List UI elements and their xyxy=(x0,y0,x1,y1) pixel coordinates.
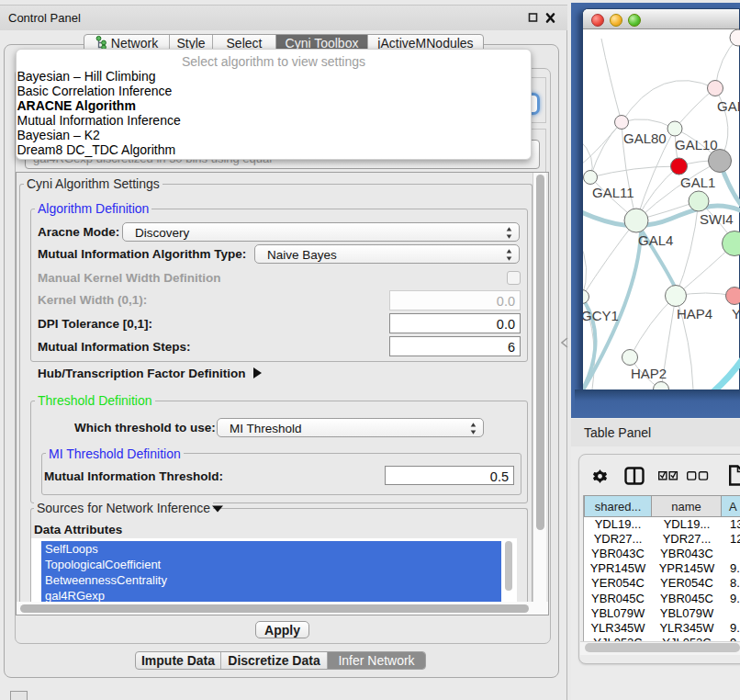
svg-text:GAL10: GAL10 xyxy=(675,137,718,152)
svg-text:HAP4: HAP4 xyxy=(677,306,712,322)
svg-text:GAL4: GAL4 xyxy=(638,232,673,248)
svg-text:GAL11: GAL11 xyxy=(592,185,634,200)
svg-text:GAL80: GAL80 xyxy=(623,130,667,146)
svg-text:GCY1: GCY1 xyxy=(583,308,619,323)
svg-text:Y: Y xyxy=(732,306,740,322)
svg-text:SWI4: SWI4 xyxy=(700,211,734,227)
svg-text:HAP2: HAP2 xyxy=(631,366,667,381)
svg-text:GAL1: GAL1 xyxy=(680,175,715,190)
svg-text:GAL7: GAL7 xyxy=(717,98,740,114)
